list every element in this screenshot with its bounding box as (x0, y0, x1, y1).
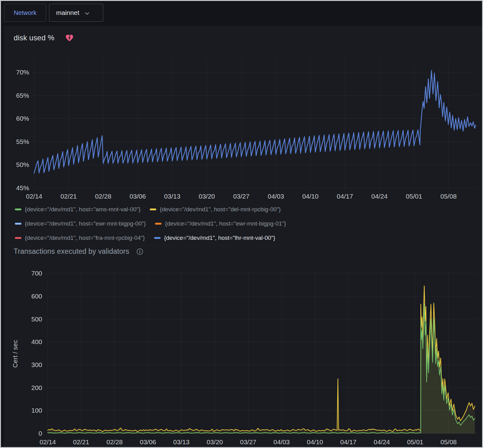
legend-item[interactable]: {device="/dev/md1", host="ewr-mnt-bigpg-… (155, 220, 286, 227)
x-axis-tick-label: 03/20 (206, 438, 223, 446)
x-axis-tick-label: 02/21 (60, 193, 77, 200)
x-axis-tick-label: 03/13 (164, 193, 180, 200)
series-color-marker (154, 237, 161, 239)
x-axis-tick-label: 02/28 (95, 193, 112, 200)
series-line-yellow (48, 286, 475, 432)
x-axis-tick-label: 05/08 (441, 438, 457, 446)
y-axis-tick-label: 100 (31, 407, 42, 414)
x-axis-tick-label: 05/01 (406, 193, 422, 200)
network-dropdown-value: mainnet (56, 9, 79, 16)
x-axis-tick-label: 03/06 (130, 193, 146, 200)
legend-row: {device="/dev/md1", host="fra-mnt-rpcbig… (15, 235, 286, 241)
x-axis-tick-label: 04/24 (374, 438, 390, 446)
y-axis-tick-label: 200 (31, 384, 42, 391)
x-axis-tick-label: 03/06 (140, 438, 156, 446)
legend-item[interactable]: {device="/dev/md1", host="ewr-mnt-bigpg-… (15, 220, 146, 227)
y-axis-tick-label: 600 (31, 293, 42, 300)
series-line-green (48, 304, 475, 433)
transactions-panel: Transactions executed by validators Cert… (4, 246, 481, 448)
network-dropdown[interactable]: mainnet (49, 4, 103, 22)
x-axis-tick-label: 04/17 (340, 438, 357, 446)
series-color-marker (15, 223, 21, 225)
alert-heart-break-icon[interactable] (65, 34, 74, 42)
x-axis-tick-label: 02/28 (106, 438, 123, 446)
legend-item[interactable]: {device="/dev/md1", host="fra-mnt-rpcbig… (15, 235, 145, 241)
variable-label: Network (14, 9, 36, 16)
y-axis-tick-label: 70% (16, 69, 29, 76)
x-axis-tick-label: 04/10 (307, 438, 323, 446)
variable-label-box: Network (4, 4, 46, 22)
series-color-marker (15, 208, 21, 210)
transactions-panel-title: Transactions executed by validators (14, 247, 129, 256)
x-axis-tick-label: 03/27 (240, 438, 256, 446)
series-color-marker (155, 223, 162, 225)
y-axis-tick-label: 700 (31, 270, 42, 277)
x-axis-tick-label: 02/14 (40, 438, 56, 446)
legend-item[interactable]: {device="/dev/md1", host="del-mnt-rpcbig… (150, 206, 281, 213)
y-axis-tick-label: 45% (16, 184, 29, 191)
x-axis-tick-label: 05/01 (407, 438, 423, 446)
legend-row: {device="/dev/md1", host="ewr-mnt-bigpg-… (15, 220, 286, 227)
chevron-down-icon (84, 10, 91, 17)
x-axis-tick-label: 02/14 (26, 193, 42, 200)
legend-item-label: {device="/dev/md1", host="del-mnt-rpcbig… (160, 206, 281, 213)
y-axis-tick-label: 500 (31, 316, 42, 323)
x-axis-tick-label: 04/03 (273, 438, 290, 446)
x-axis-tick-label: 03/20 (199, 193, 215, 200)
disk-panel-title: disk used % (14, 34, 55, 42)
transactions-panel-header: Transactions executed by validators (14, 247, 144, 256)
gridlines (33, 60, 477, 188)
series-area-yellow (48, 286, 475, 433)
y-axis-tick-label: 60% (16, 115, 29, 122)
y-axis-tick-label: 55% (16, 138, 29, 145)
transactions-chart[interactable]: 010020030040050060070002/1402/2102/2803/… (4, 265, 481, 447)
x-axis-tick-label: 04/24 (371, 193, 388, 200)
legend-item[interactable]: {device="/dev/md1", host="ams-mnt-val-00… (15, 206, 140, 213)
y-axis-tick-label: 400 (31, 338, 42, 345)
x-axis-tick-label: 05/08 (441, 193, 457, 200)
disk-used-panel: disk used % 45%50%55%60%65%70%02/1402/21… (4, 26, 481, 245)
disk-chart-legend: {device="/dev/md1", host="ams-mnt-val-00… (15, 206, 286, 241)
y-axis-tick-label: 0 (38, 430, 42, 437)
info-icon[interactable] (136, 248, 144, 255)
legend-item-label: {device="/dev/md1", host="ewr-mnt-bigpg-… (25, 220, 146, 227)
legend-item-label: {device="/dev/md1", host="lhr-mnt-val-00… (164, 235, 275, 241)
disk-usage-chart[interactable]: 45%50%55%60%65%70%02/1402/2102/2803/0603… (4, 56, 481, 205)
y-axis-tick-label: 50% (16, 161, 29, 168)
series-area-green (48, 304, 475, 433)
disk-panel-header: disk used % (14, 34, 74, 42)
x-axis-tick-label: 02/21 (73, 438, 89, 446)
grafana-dashboard: Network mainnet disk used % 45%50%55%60%… (0, 0, 483, 448)
x-axis-tick-label: 04/17 (337, 193, 353, 200)
series-line-lhr-mnt-val-00 (34, 70, 476, 173)
x-axis-tick-label: 04/10 (302, 193, 319, 200)
legend-item-label: {device="/dev/md1", host="ams-mnt-val-00… (25, 206, 140, 213)
gridlines (48, 272, 477, 433)
x-axis-tick-label: 04/03 (268, 193, 284, 200)
series-color-marker (15, 237, 21, 239)
x-axis-tick-label: 03/27 (233, 193, 250, 200)
legend-item-label: {device="/dev/md1", host="fra-mnt-rpcbig… (25, 235, 145, 241)
y-axis-tick-label: 300 (31, 361, 42, 368)
legend-item[interactable]: {device="/dev/md1", host="lhr-mnt-val-00… (154, 235, 275, 241)
legend-row: {device="/dev/md1", host="ams-mnt-val-00… (15, 206, 286, 213)
y-axis-tick-label: 65% (16, 92, 29, 99)
series-color-marker (150, 208, 156, 210)
x-axis-tick-label: 03/13 (173, 438, 190, 446)
legend-item-label: {device="/dev/md1", host="ewr-mnt-bigpg-… (165, 220, 286, 227)
